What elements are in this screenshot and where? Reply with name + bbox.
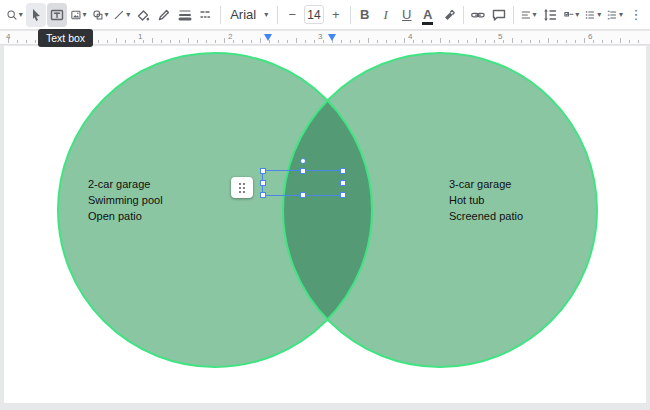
align-left-icon xyxy=(520,7,532,23)
ruler-tick xyxy=(422,40,423,43)
ruler-tick xyxy=(296,38,297,43)
venn-diagram[interactable] xyxy=(4,46,646,403)
ruler-tick xyxy=(629,40,630,43)
ruler-number: 3 xyxy=(318,32,322,41)
ruler-tick xyxy=(188,38,189,43)
resize-handle-middle-right[interactable] xyxy=(340,180,346,186)
ruler-tick xyxy=(602,40,603,43)
highlight-color-button[interactable] xyxy=(439,3,459,27)
ruler-tick xyxy=(494,40,495,43)
bulleted-list-button[interactable]: ▾ xyxy=(582,3,603,27)
image-icon xyxy=(70,7,82,23)
underline-button[interactable]: U xyxy=(397,3,417,27)
right-circle-text[interactable]: 3-car garage Hot tub Screened patio xyxy=(449,176,523,224)
comment-icon xyxy=(491,7,507,23)
zoom-tool[interactable]: ▾ xyxy=(4,3,25,27)
checklist-button[interactable]: ▾ xyxy=(561,3,582,27)
rotate-handle[interactable] xyxy=(300,158,306,164)
line-tool[interactable]: ▾ xyxy=(111,3,132,27)
caret-icon: ▾ xyxy=(575,11,579,19)
font-size-input[interactable]: 14 xyxy=(304,5,324,24)
ruler-tick xyxy=(593,40,594,43)
ruler-tick xyxy=(224,38,225,43)
cursor-arrow-icon xyxy=(28,7,44,23)
resize-handle-bottom-left[interactable] xyxy=(260,192,266,198)
ruler-number: 4 xyxy=(6,32,10,41)
left-circle-text[interactable]: 2-car garage Swimming pool Open patio xyxy=(88,176,163,224)
bulleted-list-icon xyxy=(584,7,596,23)
resize-handle-bottom-right[interactable] xyxy=(340,192,346,198)
ruler-tick xyxy=(305,40,306,43)
font-family-value: Arial xyxy=(230,7,256,22)
numbered-list-button[interactable]: ▾ xyxy=(604,3,625,27)
ruler-tick xyxy=(386,40,387,43)
increase-font-size-button[interactable]: + xyxy=(326,3,346,27)
resize-handle-top-center[interactable] xyxy=(300,168,306,174)
text-line: 2-car garage xyxy=(88,176,163,192)
ruler-tick xyxy=(314,40,315,43)
resize-handle-top-right[interactable] xyxy=(340,168,346,174)
text-color-button[interactable]: A xyxy=(418,3,438,27)
text-line: Hot tub xyxy=(449,192,523,208)
insert-link-button[interactable] xyxy=(468,3,488,27)
selected-text-box[interactable] xyxy=(262,170,344,196)
ruler-tick xyxy=(197,40,198,43)
border-weight-icon xyxy=(177,7,193,23)
text-box-tool[interactable] xyxy=(47,3,67,27)
text-box-icon xyxy=(49,7,65,23)
ruler-number: 1 xyxy=(138,32,142,41)
select-tool[interactable] xyxy=(26,3,46,27)
border-dash-icon xyxy=(198,7,214,23)
divider xyxy=(220,6,221,24)
align-button[interactable]: ▾ xyxy=(518,3,539,27)
ruler-tick xyxy=(377,40,378,43)
more-options-button[interactable]: ⋮ xyxy=(626,3,646,27)
comment-button[interactable] xyxy=(489,3,509,27)
decrease-font-size-button[interactable]: − xyxy=(282,3,302,27)
ruler-tick xyxy=(566,40,567,43)
ruler-tick xyxy=(287,40,288,43)
ruler-tick xyxy=(350,40,351,43)
caret-icon: ▾ xyxy=(104,11,108,19)
ruler-tick xyxy=(404,38,405,43)
ruler-tick xyxy=(413,40,414,43)
drag-handle[interactable] xyxy=(231,177,253,198)
shape-icon xyxy=(92,7,104,23)
shape-tool[interactable]: ▾ xyxy=(90,3,111,27)
resize-handle-bottom-center[interactable] xyxy=(300,192,306,198)
canvas[interactable]: 2-car garage Swimming pool Open patio 3-… xyxy=(4,46,646,403)
ruler-tick xyxy=(440,38,441,43)
border-dash-tool[interactable] xyxy=(196,3,216,27)
ruler-tick xyxy=(395,40,396,43)
italic-icon: I xyxy=(384,7,388,23)
resize-handle-top-left[interactable] xyxy=(260,168,266,174)
ruler-tick xyxy=(278,40,279,43)
bold-button[interactable]: B xyxy=(355,3,375,27)
border-color-tool[interactable] xyxy=(154,3,174,27)
grip-icon xyxy=(237,182,247,194)
ruler-tick xyxy=(206,40,207,43)
divider xyxy=(350,6,351,24)
ruler-tick xyxy=(611,40,612,43)
line-spacing-button[interactable] xyxy=(540,3,560,27)
link-icon xyxy=(470,7,486,23)
indent-marker[interactable] xyxy=(328,34,336,41)
font-family-select[interactable]: Arial ▾ xyxy=(225,3,273,27)
border-weight-tool[interactable] xyxy=(175,3,195,27)
italic-button[interactable]: I xyxy=(376,3,396,27)
ruler-tick xyxy=(161,40,162,43)
ruler-tick xyxy=(35,40,36,43)
indent-marker[interactable] xyxy=(264,34,272,41)
caret-icon: ▾ xyxy=(126,11,130,19)
paint-bucket-icon xyxy=(135,7,151,23)
ruler-tick xyxy=(575,40,576,43)
ruler-tick xyxy=(467,40,468,43)
ruler-tick xyxy=(143,40,144,43)
ruler-number: 6 xyxy=(588,32,592,41)
ruler-tick xyxy=(152,38,153,43)
resize-handle-middle-left[interactable] xyxy=(260,180,266,186)
fill-color-tool[interactable] xyxy=(133,3,153,27)
ruler-tick xyxy=(557,40,558,43)
insert-image-tool[interactable]: ▾ xyxy=(68,3,89,27)
ruler: 4123456 xyxy=(0,31,650,45)
